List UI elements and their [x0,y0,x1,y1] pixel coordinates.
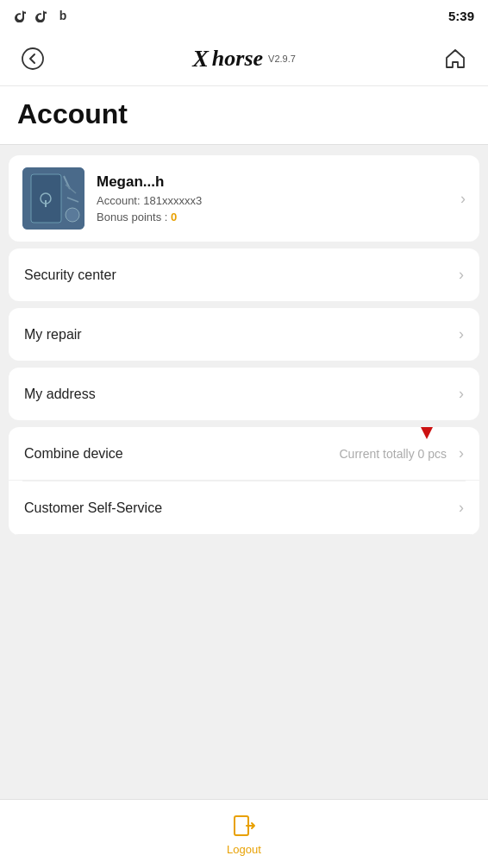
app-logo: XhorseV2.9.7 [192,45,296,72]
spacer [0,542,488,799]
avatar-image [22,167,84,230]
logo-horse-text: horse [212,46,263,72]
user-profile-card: Megan...h Account: 181xxxxxx3 Bonus poin… [9,155,479,242]
combine-device-left: Combine device [24,446,123,462]
home-button[interactable] [440,43,471,74]
security-center-label: Security center [24,267,116,283]
combine-device-label: Combine device [24,446,123,462]
my-address-item[interactable]: My address › [9,368,479,420]
security-center-left: Security center [24,267,116,283]
user-info: Megan...h Account: 181xxxxxx3 Bonus poin… [97,173,454,223]
security-center-item[interactable]: Security center › [9,248,479,301]
logout-nav-item[interactable]: Logout [227,812,261,856]
bonus-value: 0 [171,211,177,223]
my-address-left: My address [24,387,96,402]
my-repair-item[interactable]: My repair › [9,308,479,361]
chevron-right-icon: › [459,266,464,284]
my-repair-right: › [452,325,464,343]
customer-self-service-left: Customer Self-Service [24,500,162,516]
svg-point-8 [66,208,79,222]
svg-rect-4 [45,200,47,207]
bottom-nav[interactable]: Logout [0,799,488,868]
svg-rect-2 [31,174,61,223]
status-bar: b 5:39 [0,0,488,31]
security-center-card: Security center › [9,248,479,301]
my-address-label: My address [24,387,96,402]
combine-customer-card: Combine device Current totally 0 pcs › C… [9,427,479,535]
chevron-right-icon: › [460,190,466,208]
tiktok-icon-2 [34,8,50,23]
chevron-right-icon: › [459,325,464,343]
back-button[interactable] [17,43,48,74]
security-center-right: › [452,266,464,284]
my-repair-left: My repair [24,327,82,343]
chevron-right-icon: › [459,385,464,403]
app-icon: b [55,8,71,23]
customer-self-service-label: Customer Self-Service [24,500,162,516]
status-icons: b [14,8,71,23]
chevron-right-icon: › [459,499,464,517]
logout-label: Logout [227,843,261,856]
tiktok-icon-1 [14,8,29,23]
status-time: 5:39 [448,9,474,23]
main-content: Megan...h Account: 181xxxxxx3 Bonus poin… [0,145,488,799]
customer-self-service-right: › [452,499,464,517]
combine-device-value: Current totally 0 pcs [340,447,447,461]
my-repair-card: My repair › [9,308,479,361]
user-name: Megan...h [97,173,454,191]
bonus-label: Bonus points : [97,211,171,223]
logo-version: V2.9.7 [268,53,296,64]
logout-icon [230,812,258,840]
chevron-right-icon: › [459,444,464,462]
user-avatar [22,167,84,230]
combine-device-right: Current totally 0 pcs › [340,444,465,462]
user-account-number: Account: 181xxxxxx3 [97,194,454,207]
my-repair-label: My repair [24,327,82,343]
customer-self-service-item[interactable]: Customer Self-Service › [9,481,479,535]
my-address-card: My address › [9,368,479,420]
combine-device-item[interactable]: Combine device Current totally 0 pcs › [9,427,479,481]
page-title-section: Account [0,86,488,145]
header: XhorseV2.9.7 [0,31,488,86]
user-profile-row[interactable]: Megan...h Account: 181xxxxxx3 Bonus poin… [9,155,479,242]
my-address-right: › [452,385,464,403]
user-bonus-points: Bonus points : 0 [97,211,454,223]
page-title: Account [17,98,471,130]
logo-x-letter: X [192,45,209,72]
svg-point-0 [22,48,43,69]
